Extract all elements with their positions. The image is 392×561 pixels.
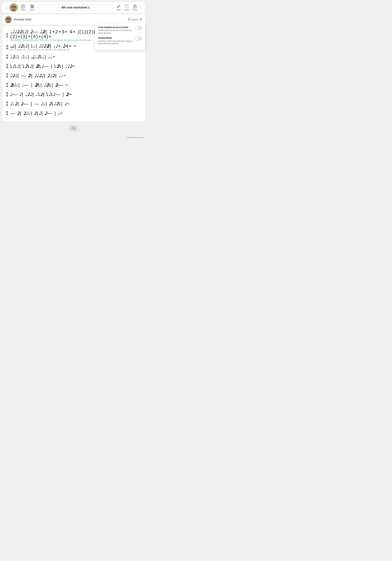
footer-text: ©shedthemusic.com xyxy=(127,136,144,139)
drag-handle-left xyxy=(5,6,8,9)
svg-rect-12 xyxy=(125,5,128,8)
draw-tool[interactable]: Draw xyxy=(115,4,122,11)
time-sig-7: 4 4 xyxy=(5,92,9,97)
guided-mode-desc: You have control over what file or page … xyxy=(98,40,133,45)
time-sig-2: 4 4 xyxy=(5,45,9,50)
svg-line-11 xyxy=(118,7,118,7)
time-sig-5: 4 4 xyxy=(5,73,9,78)
rhythm-symbols-8: 𝅘𝅥𝅮 𝅗𝅥 𝅘𝅥𝅮𝅘𝅥𝅮 | 𝅘𝅥𝅮𝅘𝅥𝅮 — | — 𝅘𝅥𝅮 𝅗𝅥 | 𝅘𝅥… xyxy=(10,101,70,106)
time-sig-8: 4 4 xyxy=(5,101,9,106)
settings-popup: Limit student access to tools Student on… xyxy=(95,23,145,50)
time-sig-9: 4 4 xyxy=(5,111,9,116)
drag-handle-right xyxy=(140,6,142,9)
rhythm-row-4: 4 4 𝅘𝅯 𝅘𝅥𝅮 𝅘𝅯 𝅘𝅥𝅮 | 𝅘𝅯 𝅘𝅥𝅮𝅘𝅥𝅮 𝅘𝅯 𝅘𝅥𝅮 | 𝅘… xyxy=(5,62,142,71)
library-nav[interactable]: Library xyxy=(29,4,36,11)
user-avatar[interactable] xyxy=(10,3,18,11)
toolkit-tool[interactable]: Toolkit xyxy=(131,4,139,11)
rhythm-symbols-7: 𝅘𝅥𝅮 — 𝅘𝅥𝅮 | 𝅗𝅥 𝅘𝅥𝅮𝅘𝅥𝅮 𝅘𝅥𝅮 | 𝅗𝅥 𝅘𝅯 𝅘𝅥𝅮𝅘𝅥𝅮… xyxy=(10,92,72,97)
rhythm-row-6: 4 4 𝅘𝅥𝅮𝅘𝅥𝅮𝅘𝅥𝅮𝅘𝅥𝅮 𝅘𝅥𝅮 𝅗𝅥 | 𝅗𝅥 — | 𝅘𝅥𝅮𝅘𝅥𝅮𝅘… xyxy=(5,81,142,90)
svg-point-17 xyxy=(7,17,10,20)
svg-point-22 xyxy=(129,18,130,19)
limit-access-title: Limit student access to tools xyxy=(98,26,133,29)
student-avatar xyxy=(5,16,12,23)
time-sig-4: 4 4 xyxy=(5,64,9,69)
time-sig-3: 4 4 xyxy=(5,54,9,59)
rhythm-row-8: 4 4 𝅘𝅥𝅮 𝅗𝅥 𝅘𝅥𝅮𝅘𝅥𝅮 | 𝅘𝅥𝅮𝅘𝅥𝅮 — | — 𝅘𝅥𝅮 𝅗𝅥 … xyxy=(5,100,142,109)
select-label: Select xyxy=(124,9,129,11)
rhythm-symbols-5: 𝅘𝅥𝅮 𝅘𝅥𝅮𝅘𝅥𝅮 𝅘𝅥𝅮 | — 𝅘𝅥𝅮𝅘𝅥𝅮𝅘𝅥𝅮 | 𝅘𝅥𝅮 𝅘𝅥𝅮 𝅘… xyxy=(10,73,66,78)
svg-point-1 xyxy=(12,5,15,8)
guided-mode-title: Guided Mode xyxy=(98,37,133,39)
limit-access-text: Limit student access to tools Student on… xyxy=(98,26,133,34)
student-name: Penelope Smith xyxy=(14,18,126,21)
guided-mode-text: Guided Mode You have control over what f… xyxy=(98,37,133,45)
document-title[interactable]: 8th note worksheet 1 xyxy=(38,4,113,11)
hamburger-icon xyxy=(71,127,76,130)
time-sig-6: 4 4 xyxy=(5,83,9,87)
rhythm-symbols-3: 𝅗𝅥 𝅘𝅥𝅮𝅘𝅥𝅮 𝅗𝅥 | 𝅗𝅥 𝅘𝅯 𝅗𝅥 | 𝅜 |𝅗𝅥 𝅘𝅥𝅮𝅘𝅥𝅮 𝅘… xyxy=(10,54,56,59)
time-sig-1: 4 4 xyxy=(5,33,9,38)
footer: ©shedthemusic.com xyxy=(0,135,147,140)
toolbar-right-group: Draw Select Toolkit xyxy=(115,4,142,11)
svg-rect-9 xyxy=(31,5,32,8)
joined-status: Joined xyxy=(128,18,138,21)
toolkit-label: Toolkit xyxy=(132,9,137,11)
notes-label: Notes xyxy=(21,9,25,11)
rhythm-row-7: 4 4 𝅘𝅥𝅮 — 𝅘𝅥𝅮 | 𝅗𝅥 𝅘𝅥𝅮𝅘𝅥𝅮 𝅘𝅥𝅮 | 𝅗𝅥 𝅘𝅯 𝅘𝅥… xyxy=(5,90,142,100)
select-tool[interactable]: Select xyxy=(123,4,130,11)
joined-text: Joined xyxy=(131,18,138,21)
notes-nav[interactable]: Notes xyxy=(20,4,27,11)
rhythm-row-3: 4 4 𝅗𝅥 𝅘𝅥𝅮𝅘𝅥𝅮 𝅗𝅥 | 𝅗𝅥 𝅘𝅯 𝅗𝅥 | 𝅜 |𝅗𝅥 𝅘𝅥𝅮𝅘… xyxy=(5,53,142,62)
draw-label: Draw xyxy=(117,9,121,11)
limit-access-row: Limit student access to tools Student on… xyxy=(98,26,142,34)
settings-gear-button[interactable]: ⚙ xyxy=(140,18,142,22)
limit-access-toggle[interactable] xyxy=(135,26,142,30)
rhythm-symbols-2: 𝅜 𝅘𝅥𝅮 | 𝅘𝅥𝅮 𝅘𝅥𝅮𝅘𝅥𝅮 𝅘𝅯 𝅘𝅥𝅮 | 𝅘𝅯 𝅗𝅥 | 𝅘𝅥𝅮 … xyxy=(10,44,77,51)
guided-mode-row: Guided Mode You have control over what f… xyxy=(98,37,142,45)
rhythm-symbols-4: 𝅘𝅯 𝅘𝅥𝅮 𝅘𝅯 𝅘𝅥𝅮 | 𝅘𝅯 𝅘𝅥𝅮𝅘𝅥𝅮 𝅘𝅯 𝅘𝅥𝅮 | 𝅘𝅥𝅮𝅘𝅥… xyxy=(10,64,76,69)
library-label: Library xyxy=(30,9,35,11)
rhythm-row-5: 4 4 𝅘𝅥𝅮 𝅘𝅥𝅮𝅘𝅥𝅮 𝅘𝅥𝅮 | — 𝅘𝅥𝅮𝅘𝅥𝅮𝅘𝅥𝅮 | 𝅘𝅥𝅮 𝅘… xyxy=(5,71,142,81)
guided-mode-toggle[interactable] xyxy=(135,37,142,41)
limit-access-desc: Student only has access to the tools you… xyxy=(98,29,133,34)
bottom-handle[interactable] xyxy=(68,125,80,132)
rhythm-symbols-9: — 𝅘𝅥𝅮𝅘𝅥𝅮 | 𝅘𝅥𝅮𝅘𝅥𝅮 𝅘𝅥𝅮 𝅗𝅥 | 𝅘𝅥𝅮𝅘𝅥𝅮 𝅘𝅯 𝅘𝅥𝅮… xyxy=(10,111,63,116)
rhythm-row-9: 4 4 — 𝅘𝅥𝅮𝅘𝅥𝅮 | 𝅘𝅥𝅮𝅘𝅥𝅮 𝅘𝅥𝅮 𝅗𝅥 | 𝅘𝅥𝅮𝅘𝅥𝅮 𝅘𝅯… xyxy=(5,109,142,119)
main-toolbar: Notes Library 8th note worksheet 1 Draw … xyxy=(2,2,145,13)
rhythm-symbols-6: 𝅘𝅥𝅮𝅘𝅥𝅮𝅘𝅥𝅮𝅘𝅥𝅮 𝅘𝅥𝅮 𝅗𝅥 | 𝅗𝅥 — | 𝅘𝅥𝅮𝅘𝅥𝅮𝅘𝅥𝅮𝅘𝅥… xyxy=(10,83,68,87)
